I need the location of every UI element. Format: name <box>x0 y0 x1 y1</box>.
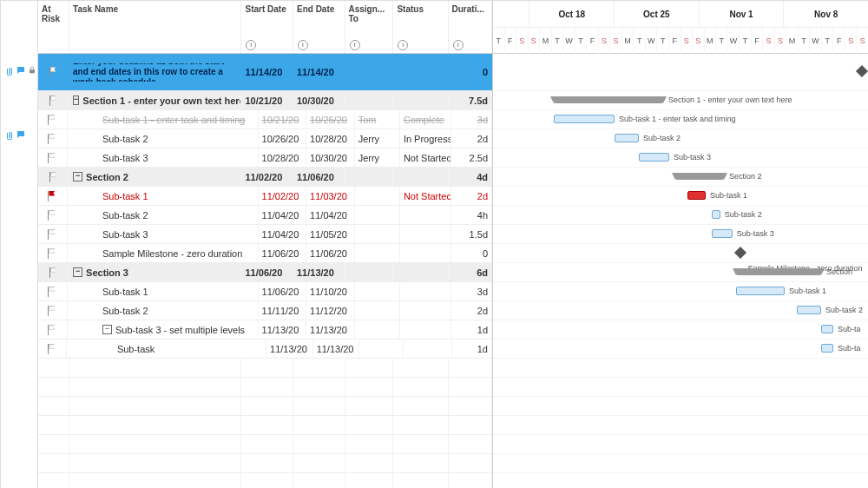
flag-icon[interactable] <box>48 287 56 297</box>
table-row-empty[interactable] <box>38 397 492 416</box>
gantt-bar[interactable]: Sub-ta <box>821 344 833 353</box>
cell[interactable] <box>359 340 403 358</box>
cell[interactable] <box>400 320 451 339</box>
table-row[interactable]: Sample Milestone - zero duration11/06/20… <box>38 244 492 263</box>
cell[interactable]: Jerry <box>355 129 400 148</box>
cell[interactable]: Not Startec <box>400 187 451 205</box>
cell[interactable]: 1.5d <box>451 225 492 243</box>
cell[interactable] <box>355 244 400 262</box>
cell[interactable]: 3d <box>451 282 492 300</box>
flag-icon[interactable] <box>48 191 56 201</box>
cell[interactable]: 11/03/20 <box>306 187 355 205</box>
cell[interactable]: 11/04/20 <box>259 225 307 243</box>
table-row[interactable]: Sub-task 3 - set multiple levels11/13/20… <box>38 320 492 340</box>
cell[interactable]: Tom <box>355 110 400 129</box>
cell[interactable]: 11/04/20 <box>306 206 355 224</box>
gantt-bar[interactable]: Sub-task 3 <box>639 153 669 162</box>
milestone-diamond[interactable]: Enter y <box>856 65 868 77</box>
cell[interactable]: 0 <box>449 63 492 82</box>
collapse-toggle[interactable] <box>73 267 82 277</box>
cell[interactable]: 4d <box>449 168 492 186</box>
cell[interactable] <box>393 63 448 82</box>
flag-icon[interactable] <box>48 210 56 221</box>
cell[interactable] <box>400 301 451 320</box>
cell[interactable]: 11/06/20 <box>293 168 345 186</box>
flag-icon[interactable] <box>48 134 56 144</box>
cell[interactable]: 1d <box>452 340 492 358</box>
cell[interactable]: In Progress <box>400 129 451 148</box>
table-row[interactable]: Sub-task 111/02/2011/03/20Not Startec2d <box>38 187 492 206</box>
cell[interactable]: Complete <box>400 110 451 129</box>
cell[interactable]: 11/13/20 <box>266 340 313 358</box>
cell[interactable]: 11/13/20 <box>313 340 360 358</box>
gantt-bar[interactable]: Sub-task 1 - enter task and timing <box>554 115 615 123</box>
cell[interactable]: 11/02/20 <box>241 168 293 186</box>
cell[interactable]: 11/11/20 <box>259 301 307 320</box>
cell[interactable]: 11/04/20 <box>259 206 307 224</box>
table-row[interactable]: Sub-task 310/28/2010/30/20JerryNot Start… <box>38 148 492 168</box>
cell[interactable]: 10/21/20 <box>241 91 293 109</box>
flag-icon[interactable] <box>48 248 56 259</box>
cell[interactable]: 11/06/20 <box>306 244 355 262</box>
cell[interactable]: 11/10/20 <box>306 282 355 300</box>
attachment-icon[interactable] <box>3 129 14 142</box>
table-row[interactable]: Sub-task 211/04/2011/04/204h <box>38 206 492 225</box>
cell[interactable] <box>404 340 453 358</box>
table-row-empty[interactable] <box>38 359 492 378</box>
task-grid[interactable]: At Risk Task Name Start Datei End Datei … <box>38 1 493 488</box>
col-start[interactable]: Start Datei <box>241 1 293 53</box>
collapse-toggle[interactable] <box>73 96 79 105</box>
cell[interactable] <box>345 91 394 109</box>
cell[interactable]: 11/12/20 <box>306 301 355 320</box>
cell[interactable]: 10/30/20 <box>293 91 345 109</box>
flag-icon[interactable] <box>49 267 58 278</box>
cell[interactable]: Not Started <box>400 148 451 167</box>
gantt-bar[interactable]: Section 2 <box>675 173 724 180</box>
flag-icon[interactable] <box>48 115 56 125</box>
cell[interactable]: 10/30/20 <box>306 148 355 167</box>
cell[interactable]: 10/28/20 <box>259 148 307 167</box>
cell[interactable]: 11/02/20 <box>259 187 307 205</box>
cell[interactable]: 11/14/20 <box>241 63 293 82</box>
flag-icon[interactable] <box>49 96 58 106</box>
table-row[interactable]: Section 1 - enter your own text here10/2… <box>38 91 492 110</box>
cell[interactable] <box>355 206 400 224</box>
comment-icon[interactable] <box>16 129 26 142</box>
cell[interactable] <box>393 91 448 109</box>
col-duration[interactable]: Durati...i <box>449 1 492 53</box>
gantt-bar[interactable]: Section <box>736 268 821 275</box>
gantt-bar[interactable]: Sub-task 2 <box>797 306 821 314</box>
milestone-diamond[interactable]: Sample Milestone - zero duration <box>734 247 746 259</box>
cell[interactable] <box>345 168 394 186</box>
collapse-toggle[interactable] <box>73 172 82 181</box>
cell[interactable]: 11/06/20 <box>259 244 307 262</box>
table-row[interactable]: Sub-task11/13/2011/13/201d <box>38 340 492 359</box>
cell[interactable] <box>355 320 400 339</box>
cell[interactable] <box>393 263 448 281</box>
cell[interactable]: 10/26/20 <box>259 129 307 148</box>
table-row[interactable]: Sub-task 111/06/2011/10/203d <box>38 282 492 301</box>
cell[interactable]: 10/21/20 <box>259 110 307 129</box>
cell[interactable]: 2.5d <box>451 148 492 167</box>
table-row-empty[interactable] <box>38 473 492 488</box>
col-end[interactable]: End Datei <box>293 1 345 53</box>
flag-icon[interactable] <box>48 306 56 316</box>
table-row-empty[interactable] <box>38 454 492 473</box>
col-risk[interactable]: At Risk <box>38 1 69 53</box>
table-row[interactable]: Section 211/02/2011/06/204d <box>38 168 492 187</box>
col-status[interactable]: Statusi <box>393 1 448 53</box>
table-row-empty[interactable] <box>38 435 492 454</box>
gantt-bar[interactable]: Section 1 - enter your own text here <box>554 96 663 103</box>
flag-icon[interactable] <box>48 153 56 163</box>
gantt-bar[interactable]: Sub-task 2 <box>615 134 639 142</box>
cell[interactable] <box>355 187 400 205</box>
gantt-bar[interactable]: Sub-task 3 <box>712 229 733 238</box>
table-row-empty[interactable] <box>38 378 492 397</box>
cell[interactable] <box>400 282 451 300</box>
flag-icon[interactable] <box>48 325 56 335</box>
cell[interactable]: 11/06/20 <box>259 282 307 300</box>
gantt-bar[interactable]: Sub-ta <box>821 325 833 333</box>
flag-icon[interactable] <box>49 172 58 182</box>
cell[interactable]: 0 <box>451 244 492 262</box>
cell[interactable] <box>355 282 400 300</box>
